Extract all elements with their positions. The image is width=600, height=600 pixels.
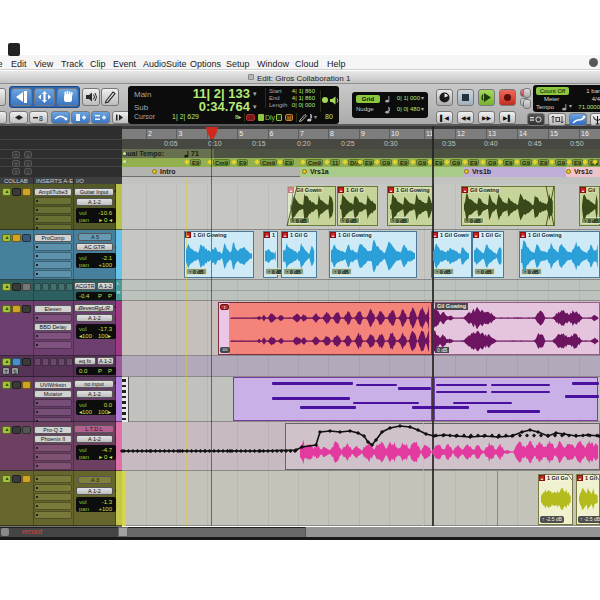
- svg-text:8: 8: [39, 115, 43, 122]
